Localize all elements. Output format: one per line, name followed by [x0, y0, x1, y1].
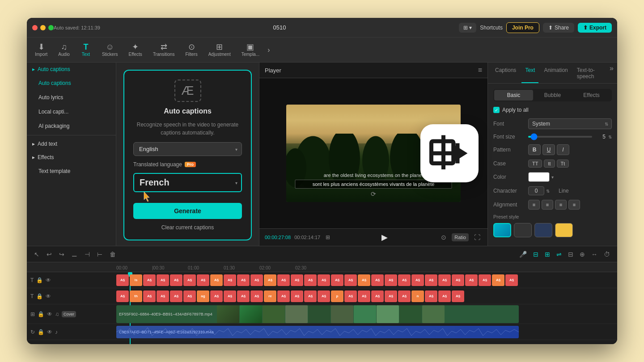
- crop-icon[interactable]: ⊢: [95, 250, 104, 259]
- player-menu-icon[interactable]: ≡: [478, 66, 482, 74]
- merge-icon[interactable]: ⊞: [543, 250, 552, 259]
- undo-icon[interactable]: ↩: [45, 250, 54, 259]
- tool-stickers[interactable]: ☺ Stickers: [97, 41, 123, 59]
- titlecase-button[interactable]: Tt: [557, 160, 569, 168]
- shortcuts-button[interactable]: Shortcuts: [480, 25, 503, 31]
- sidebar-effects[interactable]: ▸ Effects: [27, 151, 116, 164]
- tool-import[interactable]: ⬇ Import: [30, 41, 52, 59]
- audio-icon-video[interactable]: ♫: [55, 311, 59, 317]
- sidebar-section-auto-captions[interactable]: ▸ Auto captions: [27, 63, 116, 76]
- sidebar-item-auto-captions[interactable]: Auto captions: [30, 76, 113, 90]
- caption-chips-2: A§ th A§ A§ A§ A§ ag A§ A§ A§ A§ re: [116, 290, 617, 302]
- font-select[interactable]: System: [528, 118, 612, 129]
- clock-icon[interactable]: ⏱: [602, 250, 612, 259]
- tool-template[interactable]: ▣ Templa...: [237, 41, 264, 59]
- eye-icon-1[interactable]: 👁: [46, 277, 51, 283]
- caption-chip: A§: [492, 274, 504, 286]
- play-button[interactable]: ▶: [381, 232, 388, 242]
- align-justify-button[interactable]: ≡: [568, 200, 580, 210]
- style-tab-effects[interactable]: Effects: [572, 90, 611, 101]
- sidebar-item-ai-packaging[interactable]: AI packaging: [30, 119, 113, 133]
- caption-chip: A§: [237, 274, 250, 286]
- export-button[interactable]: ⬆ Export: [578, 23, 612, 33]
- tab-text[interactable]: Text: [521, 64, 538, 83]
- audio-speaker-icon[interactable]: ♪: [55, 329, 58, 335]
- pointer-tool-icon[interactable]: ↖: [32, 250, 41, 259]
- mic-icon[interactable]: 🎤: [517, 250, 529, 259]
- fullscreen-icon[interactable]: ⛶: [472, 233, 482, 242]
- style-tab-basic[interactable]: Basic: [494, 90, 533, 101]
- apply-all-checkbox[interactable]: ✓: [493, 107, 500, 113]
- tab-text-to-speech[interactable]: Text-to-speech: [573, 64, 608, 83]
- main-content: ▸ Auto captions Auto captions Auto lyric…: [27, 63, 617, 246]
- delete-icon[interactable]: 🗑: [108, 250, 118, 259]
- character-input[interactable]: [528, 186, 544, 195]
- monitor-button[interactable]: ⊞ ▾: [459, 23, 476, 33]
- generate-button[interactable]: Generate: [133, 203, 242, 219]
- style-tab-bubble[interactable]: Bubble: [533, 90, 572, 101]
- caption-chip: A§: [344, 274, 357, 286]
- player-title: Player: [265, 67, 281, 74]
- zoom-in-icon[interactable]: ⊕: [578, 250, 587, 259]
- zoom-out-icon[interactable]: ⊟: [566, 250, 575, 259]
- tool-audio[interactable]: ♫ Audio: [54, 41, 74, 59]
- window-title: 0510: [273, 24, 286, 31]
- cover-button[interactable]: Cover: [62, 311, 76, 317]
- toolbar-more-icon[interactable]: ›: [266, 44, 271, 56]
- preset-swatch-1[interactable]: [493, 223, 511, 237]
- tool-adjustment[interactable]: ⊞ Adjustment: [204, 41, 235, 59]
- align-center-button[interactable]: ≡: [542, 200, 553, 210]
- rpanel-more-icon[interactable]: »: [610, 64, 614, 83]
- eye-icon-2[interactable]: 👁: [46, 293, 51, 299]
- color-swatch[interactable]: [528, 172, 550, 182]
- tool-text[interactable]: T Text: [76, 41, 96, 59]
- alignment-label: Alignment: [493, 202, 525, 208]
- uppercase-button[interactable]: TT: [528, 160, 542, 168]
- font-size-slider[interactable]: [528, 136, 592, 138]
- refresh-icon[interactable]: ⟳: [371, 190, 376, 198]
- bold-button[interactable]: B: [528, 144, 541, 155]
- preset-swatch-2[interactable]: [514, 223, 532, 237]
- tool-transitions[interactable]: ⇄ Transitions: [148, 41, 179, 59]
- screenshot-icon[interactable]: ⊙: [439, 233, 448, 242]
- eye-icon-audio[interactable]: 👁: [47, 329, 52, 335]
- sidebar-item-auto-lyrics[interactable]: Auto lyrics: [30, 91, 113, 104]
- translated-lang-input[interactable]: [133, 173, 242, 192]
- preset-swatch-3[interactable]: [534, 223, 552, 237]
- tab-animation[interactable]: Animation: [540, 64, 571, 83]
- lowercase-button[interactable]: tt: [544, 160, 555, 168]
- tool-filters[interactable]: ⊙ Filters: [181, 41, 202, 59]
- redo-icon[interactable]: ↪: [57, 250, 66, 259]
- trim-icon[interactable]: ⊣: [83, 250, 92, 259]
- sidebar-item-text-template[interactable]: Text template: [30, 164, 113, 178]
- eye-icon-video[interactable]: 👁: [47, 311, 52, 317]
- split-icon[interactable]: ⚊: [70, 250, 79, 259]
- underline-button[interactable]: U: [542, 144, 555, 155]
- join-pro-button[interactable]: Join Pro: [506, 22, 539, 33]
- clear-captions-button[interactable]: Clear current captions: [133, 224, 242, 231]
- share-button[interactable]: ⬆ Share: [543, 23, 574, 33]
- preset-swatch-4[interactable]: [555, 223, 573, 237]
- align-left-button[interactable]: ≡: [528, 200, 540, 210]
- ratio-button[interactable]: Ratio: [452, 233, 469, 241]
- minimize-button[interactable]: [40, 25, 46, 30]
- maximize-button[interactable]: [48, 25, 54, 30]
- lock-icon-audio[interactable]: 🔒: [38, 329, 44, 335]
- tool-effects[interactable]: ✦ Effects: [124, 41, 146, 59]
- tab-captions[interactable]: Captions: [491, 64, 520, 83]
- sidebar-add-text[interactable]: ▸ Add text: [27, 137, 116, 151]
- align-right-button[interactable]: ≡: [555, 200, 567, 210]
- italic-button[interactable]: I: [557, 144, 569, 155]
- caption-track-content-2: A§ th A§ A§ A§ A§ ag A§ A§ A§ A§ re: [116, 290, 617, 302]
- close-button[interactable]: [32, 25, 38, 30]
- lock-icon-video[interactable]: 🔒: [38, 311, 44, 317]
- split-track-icon[interactable]: ⊟: [531, 250, 540, 259]
- fit-icon[interactable]: ↔: [589, 250, 599, 259]
- color-dropdown-icon[interactable]: ▾: [551, 175, 554, 180]
- caption-chip: re: [264, 290, 276, 302]
- link-icon[interactable]: ⇌: [555, 250, 564, 259]
- sidebar-item-local-captions[interactable]: Local capti...: [30, 105, 113, 118]
- lock-icon-1[interactable]: 🔒: [36, 277, 43, 283]
- lock-icon-2[interactable]: 🔒: [36, 293, 43, 299]
- language-select[interactable]: English French Spanish: [133, 142, 242, 156]
